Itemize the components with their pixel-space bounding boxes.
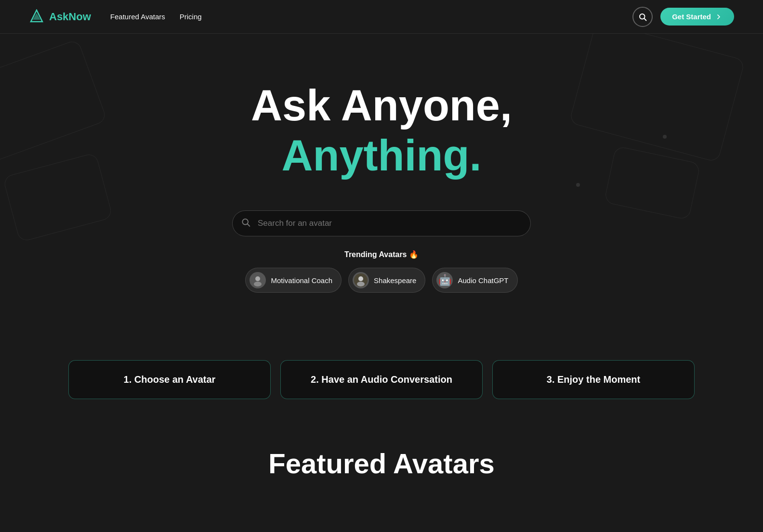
search-input[interactable] [232,210,531,236]
svg-point-7 [255,276,260,281]
avatar-img-motivational-coach [250,272,266,288]
svg-point-2 [640,14,645,19]
svg-point-11 [357,282,365,286]
logo[interactable]: AskNow [29,9,91,25]
featured-title: Featured Avatars [0,447,763,480]
step-card-3[interactable]: 3. Enjoy the Moment [492,360,695,399]
hero-title-line2: Anything. [282,130,482,182]
step-card-1[interactable]: 1. Choose an Avatar [68,360,271,399]
nav-links: Featured Avatars Pricing [110,13,202,21]
step-label-1: 1. Choose an Avatar [124,374,216,385]
avatar-img-audio-chatgpt: 🤖 [436,272,453,288]
step-card-2[interactable]: 2. Have an Audio Conversation [280,360,483,399]
step-label-2: 2. Have an Audio Conversation [311,374,452,385]
search-nav-icon [638,13,647,21]
avatar-chip-motivational-coach[interactable]: Motivational Coach [245,268,342,293]
svg-line-3 [645,18,646,20]
navbar: AskNow Featured Avatars Pricing Get Star… [0,0,763,34]
search-container [232,210,531,236]
avatar-name-audio-chatgpt: Audio ChatGPT [458,276,508,285]
steps-section: 1. Choose an Avatar 2. Have an Audio Con… [0,341,763,418]
navbar-right: Get Started [632,7,734,27]
nav-link-pricing[interactable]: Pricing [180,13,202,21]
trending-avatars-list: Motivational Coach Shakespeare 🤖 Audio C… [245,268,517,293]
svg-point-8 [254,282,262,286]
chevron-right-icon [715,13,723,21]
hero-section: Ask Anyone, Anything. Trending Avatars 🔥 [0,34,763,322]
search-nav-button[interactable] [632,7,653,27]
search-icon [241,218,250,230]
hero-title-line1: Ask Anyone, [251,82,512,130]
avatar-name-motivational-coach: Motivational Coach [271,276,332,285]
trending-label: Trending Avatars 🔥 [344,250,419,259]
step-label-3: 3. Enjoy the Moment [547,374,640,385]
avatar-chip-shakespeare[interactable]: Shakespeare [348,268,425,293]
nav-link-featured-avatars[interactable]: Featured Avatars [110,13,165,21]
trending-section: Trending Avatars 🔥 Motivational Coach [245,250,517,293]
svg-point-10 [358,276,363,281]
avatar-img-shakespeare [353,272,369,288]
avatar-chip-audio-chatgpt[interactable]: 🤖 Audio ChatGPT [432,268,517,293]
svg-line-5 [248,224,250,226]
logo-icon [29,9,44,25]
svg-point-4 [242,219,248,225]
navbar-left: AskNow Featured Avatars Pricing [29,9,202,25]
get-started-button[interactable]: Get Started [660,8,734,26]
featured-section: Featured Avatars [0,418,763,480]
logo-text: AskNow [49,11,91,23]
avatar-name-shakespeare: Shakespeare [374,276,416,285]
